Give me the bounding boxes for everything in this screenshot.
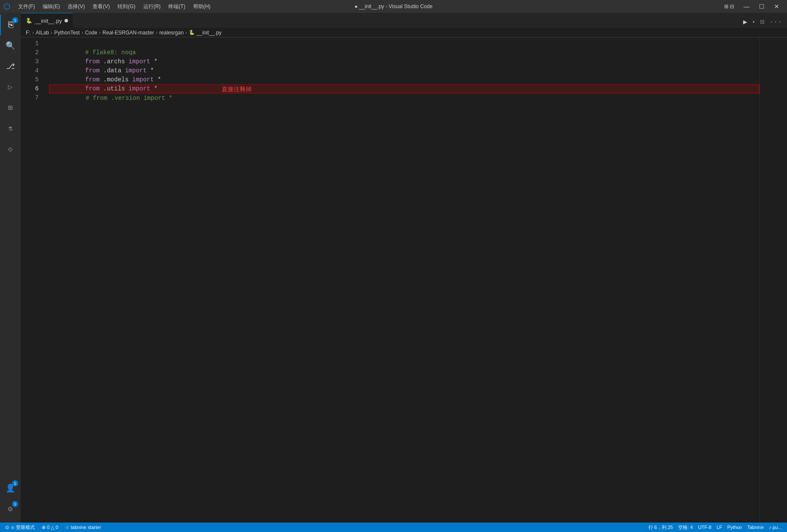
- line-numbers: 1 2 3 4 5 6 7: [21, 37, 42, 523]
- tabnine-right-status[interactable]: Tabnine: [745, 525, 765, 530]
- code-line-5: from .utils import *: [49, 75, 759, 84]
- activity-run[interactable]: ▷: [0, 77, 21, 97]
- activity-account[interactable]: 👤 1: [0, 478, 21, 498]
- minimap: [759, 37, 781, 523]
- activity-remote[interactable]: ◇: [0, 139, 21, 159]
- split-editor-button[interactable]: ⊟: [759, 16, 766, 28]
- scrollbar-track[interactable]: [781, 37, 787, 523]
- code-line-2: from .archs import *: [49, 48, 759, 57]
- titlebar-buttons: ⊞ ⊟ — ☐ ✕: [720, 1, 784, 12]
- code-line-6: # from .version import * 直接注释掉: [49, 84, 759, 93]
- tab-bar: 🐍 __init__.py ▶ ▾ ⊟ ···: [21, 13, 787, 28]
- extra-status-item[interactable]: ♪ pu...: [767, 525, 784, 530]
- titlebar-left: ⬡ 文件(F) 编辑(E) 选择(V) 查看(V) 转到(G) 运行(R) 终端…: [3, 1, 214, 12]
- more-actions-button[interactable]: ···: [768, 16, 784, 28]
- line-num-3: 3: [21, 57, 39, 66]
- cursor-position-status[interactable]: 行 6，列 25: [647, 524, 675, 531]
- menu-goto[interactable]: 转到(G): [114, 1, 139, 12]
- line-num-6: 6: [21, 84, 39, 93]
- editor-area: 🐍 __init__.py ▶ ▾ ⊟ ··· F: › AILab › Pyt…: [21, 13, 787, 523]
- breadcrumb-realesrgan[interactable]: realesrgan: [159, 30, 184, 36]
- code-line-3: from .data import *: [49, 57, 759, 66]
- errors-warnings-status[interactable]: ⊗ 0 △ 0: [40, 525, 60, 530]
- code-line-4: from .models import *: [49, 66, 759, 75]
- line-num-5: 5: [21, 75, 39, 84]
- activity-explorer[interactable]: ⎘ 1: [0, 15, 21, 35]
- menu-help[interactable]: 帮助(H): [190, 1, 214, 12]
- encoding-status[interactable]: UTF-8: [696, 525, 713, 530]
- tabnine-right-label: Tabnine: [747, 525, 764, 530]
- breadcrumb-drive[interactable]: F:: [26, 30, 31, 36]
- menu-file[interactable]: 文件(F): [15, 1, 38, 12]
- code-editor[interactable]: # flake8: noqa from .archs import * from…: [42, 37, 759, 523]
- language-mode-label: Python: [727, 525, 742, 530]
- cursor-position-label: 行 6，列 25: [648, 524, 673, 531]
- breadcrumb-file-icon: 🐍: [189, 30, 195, 35]
- breadcrumb-sep-5: ›: [156, 30, 157, 36]
- indent-status[interactable]: 空格: 4: [676, 524, 694, 531]
- run-debug-icon: ▷: [8, 82, 13, 92]
- breadcrumb-sep-2: ›: [51, 30, 52, 36]
- minimize-button[interactable]: —: [739, 1, 754, 12]
- tab-dirty-indicator: [65, 19, 68, 22]
- settings-badge: 1: [12, 501, 18, 507]
- activity-settings[interactable]: ⚙ 1: [0, 498, 21, 519]
- activity-extensions[interactable]: ⊞: [0, 97, 21, 118]
- search-icon: 🔍: [6, 41, 15, 50]
- line-num-2: 2: [21, 48, 39, 57]
- breadcrumb-file[interactable]: 🐍 __init__.py: [189, 30, 222, 36]
- menu-view[interactable]: 查看(V): [89, 1, 113, 12]
- line-num-7: 7: [21, 93, 39, 102]
- tab-init-py[interactable]: 🐍 __init__.py: [21, 13, 73, 28]
- titlebar-title: ● __init__.py - Visual Studio Code: [355, 3, 432, 9]
- run-dropdown-button[interactable]: ▾: [751, 18, 757, 26]
- activity-search[interactable]: 🔍: [0, 35, 21, 56]
- titlebar: ⬡ 文件(F) 编辑(E) 选择(V) 查看(V) 转到(G) 运行(R) 终端…: [0, 0, 787, 13]
- language-mode-status[interactable]: Python: [725, 525, 744, 530]
- editor-content: 1 2 3 4 5 6 7 # flake8: noqa from .archs…: [21, 37, 787, 523]
- source-control-icon: ⎇: [6, 62, 15, 71]
- account-badge: 1: [12, 480, 18, 486]
- breadcrumb: F: › AILab › PythonTest › Code › Real-ES…: [21, 28, 787, 37]
- menu-terminal[interactable]: 终端(T): [165, 1, 188, 12]
- flask-icon: ⚗: [8, 124, 13, 133]
- encoding-label: UTF-8: [698, 525, 711, 530]
- activity-bottom: 👤 1 ⚙ 1: [0, 478, 21, 523]
- tabnine-left-label: ☆ tabnine starter: [65, 525, 101, 530]
- restricted-mode-icon: ⊙: [5, 525, 9, 530]
- remote-explorer-icon: ◇: [8, 144, 13, 154]
- line-ending-status[interactable]: LF: [715, 525, 724, 530]
- breadcrumb-real-esrgan[interactable]: Real-ESRGAN-master: [102, 30, 154, 36]
- breadcrumb-code[interactable]: Code: [85, 30, 97, 36]
- tab-filename: __init__.py: [35, 18, 62, 24]
- menu-run[interactable]: 运行(R): [140, 1, 164, 12]
- line-ending-label: LF: [716, 525, 722, 530]
- extra-status-label: ♪ pu...: [769, 525, 782, 530]
- close-button[interactable]: ✕: [770, 1, 784, 12]
- line-num-4: 4: [21, 66, 39, 75]
- indent-label: 空格: 4: [678, 524, 693, 531]
- breadcrumb-sep-6: ›: [185, 30, 187, 36]
- activity-source-control[interactable]: ⎇: [0, 56, 21, 77]
- code-annotation: 直接注释掉: [222, 85, 252, 94]
- code-line-7: [49, 93, 759, 102]
- run-button[interactable]: ▶: [741, 16, 749, 28]
- python-file-icon: 🐍: [26, 18, 32, 24]
- breadcrumb-ailab[interactable]: AILab: [36, 30, 49, 36]
- menu-select[interactable]: 选择(V): [64, 1, 88, 12]
- tabnine-left-status[interactable]: ☆ tabnine starter: [63, 525, 102, 530]
- vscode-logo: ⬡: [3, 2, 10, 11]
- window-layout-btn[interactable]: ⊞ ⊟: [720, 2, 738, 11]
- extensions-icon: ⊞: [8, 103, 13, 112]
- menu-edit[interactable]: 编辑(E): [39, 1, 63, 12]
- activity-flask[interactable]: ⚗: [0, 118, 21, 139]
- maximize-button[interactable]: ☐: [755, 1, 769, 12]
- explorer-badge: 1: [12, 17, 18, 23]
- breadcrumb-sep-3: ›: [81, 30, 83, 36]
- breadcrumb-filename: __init__.py: [197, 30, 222, 36]
- tab-bar-actions: ▶ ▾ ⊟ ···: [741, 16, 787, 28]
- restricted-mode-status[interactable]: ⊙ ⊙ 受限模式: [3, 524, 37, 531]
- breadcrumb-pythontest[interactable]: PythonTest: [54, 30, 80, 36]
- status-right: 行 6，列 25 空格: 4 UTF-8 LF Python Tabnine ♪…: [647, 524, 784, 531]
- activity-bar: ⎘ 1 🔍 ⎇ ▷ ⊞ ⚗ ◇ 👤 1 ⚙ 1: [0, 13, 21, 523]
